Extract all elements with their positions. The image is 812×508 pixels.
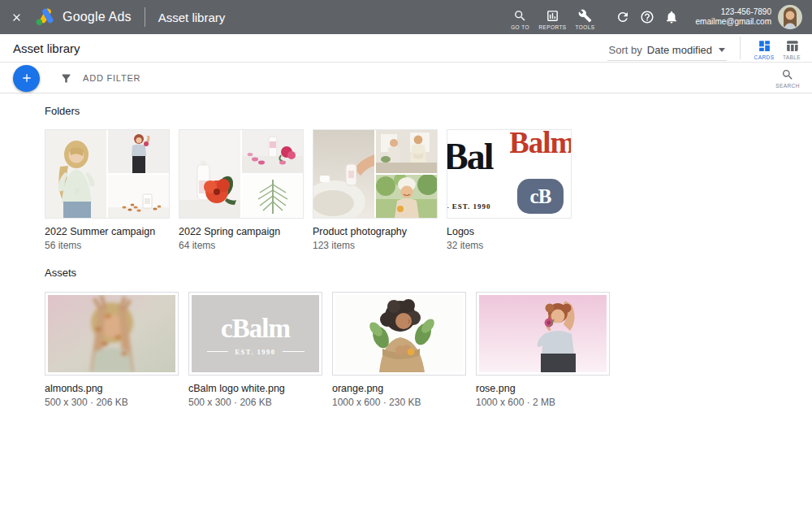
logo-text-bal: Bal	[447, 135, 492, 178]
folder-thumbnail	[313, 129, 438, 219]
folder-card-summer-campaign[interactable]: 2022 Summer campaign 56 items	[45, 129, 170, 251]
view-cards-button[interactable]: CARDS	[750, 37, 778, 60]
account-email: emailme@gmail.com	[695, 17, 771, 28]
add-filter-button[interactable]: ADD FILTER	[60, 72, 140, 85]
table-view-label: TABLE	[783, 54, 801, 60]
asset-name: rose.png	[476, 383, 610, 394]
view-table-button[interactable]: TABLE	[778, 37, 806, 60]
folders-row: 2022 Summer campaign 56 items	[45, 129, 812, 251]
logo-bal-black: Bal – EST. 1990	[447, 130, 508, 218]
logo-cb-badge: cB	[510, 175, 571, 218]
folder-count: 56 items	[45, 240, 170, 251]
account-phone: 123-456-7890	[695, 7, 771, 18]
google-ads-logo-icon	[34, 7, 55, 27]
logo-text-balm: Balm	[510, 130, 571, 160]
logo-cbalm-white: cBalm EST. 1990	[192, 295, 319, 372]
folder-thumbnail	[45, 129, 170, 219]
assets-row: almonds.png 500 x 300 · 206 KB cBalm EST…	[45, 292, 812, 408]
asset-library-content: Folders	[0, 93, 812, 508]
topbar: Google Ads Asset library GO TO REPORTS T…	[0, 0, 812, 34]
sort-dropdown[interactable]: Sort by Date modified	[607, 41, 727, 61]
asset-thumbnail	[45, 292, 179, 376]
search-label: SEARCH	[775, 83, 800, 89]
folder-card-logos[interactable]: Bal – EST. 1990 Balm cB Logos 32 items	[447, 129, 572, 251]
asset-card-almonds[interactable]: almonds.png 500 x 300 · 206 KB	[45, 292, 179, 408]
photo-bathroom-mirror	[376, 130, 437, 173]
nav-go-to[interactable]: GO TO	[505, 4, 534, 30]
asset-card-rose[interactable]: rose.png 1000 x 600 · 2 MB	[476, 292, 610, 408]
folder-card-product-photography[interactable]: Product photography 123 items	[313, 129, 438, 251]
page-title: Asset library	[13, 41, 80, 55]
add-filter-label: ADD FILTER	[83, 73, 140, 83]
bell-icon[interactable]	[659, 0, 684, 34]
asset-thumbnail	[332, 292, 466, 376]
photo-blonde-woman	[45, 130, 106, 218]
asset-name: cBalm logo white.png	[188, 383, 322, 394]
asset-meta: 500 x 300 · 206 KB	[45, 397, 179, 408]
logo-text-cb: cB	[530, 185, 551, 208]
folder-card-spring-campaign[interactable]: 2022 Spring campaign 64 items	[179, 129, 304, 251]
photo-woman-rose-mic	[479, 295, 607, 372]
close-icon[interactable]	[0, 0, 32, 34]
topbar-nav: GO TO REPORTS TOOLS	[505, 4, 599, 30]
search-button[interactable]: SEARCH	[771, 68, 804, 89]
photo-woman-towel-orchard	[376, 175, 437, 218]
asset-meta: 500 x 300 · 206 KB	[188, 397, 322, 408]
photo-woman-plants	[335, 295, 463, 372]
logo-balm-red: Balm	[510, 130, 571, 173]
nav-tools[interactable]: TOOLS	[570, 4, 599, 30]
asset-thumbnail	[476, 292, 610, 376]
folder-count: 32 items	[447, 240, 572, 251]
product-name: Google Ads	[63, 10, 132, 24]
nav-go-to-label: GO TO	[511, 24, 529, 30]
sort-value: Date modified	[647, 44, 712, 56]
asset-card-cbalm-logo[interactable]: cBalm EST. 1990 cBalm logo white.png 500…	[188, 292, 322, 408]
logo-text-est-center: EST. 1990	[235, 348, 275, 356]
photo-almonds-blurred	[48, 295, 175, 372]
table-view-icon	[785, 39, 799, 53]
account-info[interactable]: 123-456-7890 emailme@gmail.com	[695, 7, 771, 28]
photo-bottle-hibiscus	[179, 130, 240, 218]
photo-woman-with-rose	[108, 130, 169, 173]
filter-icon	[60, 72, 72, 85]
nav-tools-label: TOOLS	[576, 24, 595, 30]
topbar-divider	[145, 7, 145, 27]
nav-reports-label: REPORTS	[538, 24, 566, 30]
filter-toolbar: ADD FILTER SEARCH	[0, 63, 812, 93]
folder-name: Product photography	[313, 226, 438, 237]
logo-text-cbalm: cBalm	[221, 314, 290, 344]
nav-reports[interactable]: REPORTS	[538, 4, 567, 30]
folder-name: Logos	[447, 226, 572, 237]
topbar-page-title: Asset library	[158, 11, 226, 24]
photo-tube-petals	[242, 130, 303, 173]
help-icon[interactable]	[635, 0, 659, 34]
photo-jar-almonds	[108, 175, 169, 218]
plus-icon	[20, 72, 33, 85]
refresh-icon[interactable]	[611, 0, 635, 34]
est-line: EST. 1990	[207, 348, 304, 356]
asset-card-orange[interactable]: orange.png 1000 x 600 · 230 KB	[332, 292, 466, 408]
bar-chart-icon	[546, 9, 559, 23]
cards-view-icon	[758, 39, 771, 53]
assets-section-label: Assets	[45, 267, 812, 279]
chevron-down-icon	[719, 48, 725, 52]
avatar[interactable]	[778, 5, 802, 29]
sort-by-label: Sort by	[609, 44, 642, 56]
search-icon	[781, 68, 794, 81]
cards-view-label: CARDS	[754, 54, 775, 60]
cb-badge-shape: cB	[517, 179, 564, 214]
page-header: Asset library Sort by Date modified CARD…	[0, 34, 812, 63]
add-asset-button[interactable]	[13, 65, 40, 92]
folder-thumbnail: Bal – EST. 1990 Balm cB	[447, 129, 572, 219]
logo-text-est: – EST. 1990	[447, 202, 491, 211]
folder-count: 64 items	[179, 240, 304, 251]
asset-meta: 1000 x 600 · 230 KB	[332, 397, 466, 408]
asset-name: almonds.png	[45, 383, 179, 394]
wrench-icon	[578, 9, 592, 23]
folders-section-label: Folders	[45, 105, 812, 117]
folder-thumbnail	[179, 129, 304, 219]
view-toggle-divider	[740, 37, 741, 59]
search-icon	[513, 9, 527, 23]
folder-name: 2022 Summer campaign	[45, 226, 170, 237]
asset-name: orange.png	[332, 383, 466, 394]
